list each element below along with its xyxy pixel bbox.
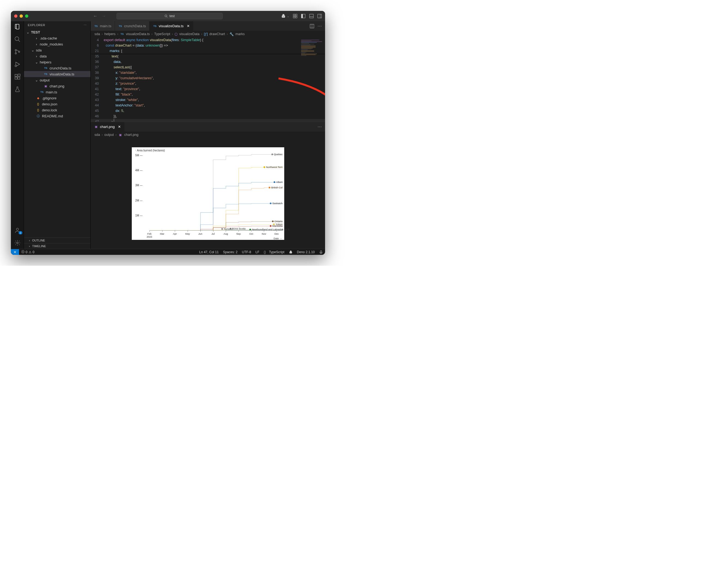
problems-status[interactable]: ⓧ0 ⚠0 <box>19 250 36 254</box>
files-icon <box>14 23 21 30</box>
maximize-window[interactable] <box>25 15 28 18</box>
layout-grid-icon[interactable] <box>293 14 297 18</box>
svg-point-15 <box>15 53 16 54</box>
secondary-breadcrumbs[interactable]: sda› output› ▣chart.png <box>90 132 325 138</box>
series-label: Quebec <box>271 153 283 156</box>
search-icon <box>164 15 168 18</box>
tree-item[interactable]: ◆.gitignore <box>24 95 90 101</box>
search-activity[interactable] <box>14 36 21 43</box>
svg-rect-20 <box>18 77 20 79</box>
runtime-status[interactable]: Deno 2.1.10 <box>295 250 317 254</box>
chart-x-label: Date → <box>274 237 282 240</box>
close-tab-icon[interactable]: ✕ <box>187 24 190 28</box>
copilot-icon <box>289 250 293 254</box>
panel-right-icon[interactable] <box>317 14 322 18</box>
panel-left-icon[interactable] <box>301 14 306 18</box>
breadcrumbs[interactable]: sda› helpers› TSvisualizeData.ts› TypeSc… <box>90 31 325 37</box>
tree-item[interactable]: ⌄sda <box>24 47 90 53</box>
language-mode[interactable]: {} TypeScript <box>262 250 287 254</box>
tree-item[interactable]: ⌄output <box>24 77 90 83</box>
svg-rect-19 <box>15 77 17 79</box>
split-editor-icon[interactable] <box>310 24 314 28</box>
series-label: Albert <box>274 181 283 184</box>
scm-activity[interactable] <box>14 49 21 55</box>
svg-point-12 <box>15 37 19 41</box>
tree-item[interactable]: TScrunchData.ts <box>24 65 90 71</box>
editor-group: TSmain.ts TScrunchData.ts TSvisualizeDat… <box>90 21 325 249</box>
svg-point-0 <box>165 15 167 17</box>
tree-item[interactable]: ›data <box>24 53 90 59</box>
gear-icon <box>14 240 21 246</box>
secondary-editor-group: ▣chart.png✕ ⋯ sda› output› ▣chart.png Ar… <box>90 122 325 249</box>
accounts-activity[interactable]: 1 <box>14 227 21 234</box>
extensions-icon <box>14 74 21 80</box>
tab-crunchdata-ts[interactable]: TScrunchData.ts <box>115 21 150 31</box>
minimap[interactable] <box>299 37 325 122</box>
status-bar: ⓧ0 ⚠0 Ln 47, Col 11 Spaces: 2 UTF-8 LF {… <box>11 249 325 255</box>
series-label: ew B <box>282 228 289 231</box>
series-label: Manitoba <box>270 225 282 227</box>
editor-more-icon[interactable]: ⋯ <box>317 23 322 29</box>
svg-point-23 <box>17 242 18 244</box>
nav-back-icon[interactable]: ← <box>93 14 98 19</box>
svg-point-17 <box>15 65 17 67</box>
timeline-section[interactable]: ›TIMELINE <box>24 243 90 249</box>
tab-main-ts[interactable]: TSmain.ts <box>90 21 115 31</box>
indentation-status[interactable]: Spaces: 2 <box>221 250 240 254</box>
notifications-icon[interactable] <box>317 250 325 254</box>
tree-item[interactable]: TSvisualizeData.ts <box>24 71 90 77</box>
tree-item[interactable]: TSmain.ts <box>24 89 90 95</box>
tree-item[interactable]: ›.sda-cache <box>24 35 90 41</box>
file-tree: ⌄TEST ›.sda-cache›node_modules⌄sda›data⌄… <box>24 29 90 237</box>
sidebar-header: EXPLORER ⋯ <box>24 21 90 29</box>
cursor-position[interactable]: Ln 47, Col 11 <box>197 250 221 254</box>
debug-activity[interactable] <box>14 61 21 68</box>
activity-bar: 1 <box>11 21 24 249</box>
settings-activity[interactable] <box>14 240 21 246</box>
chart-plot-area: QuebecNorthwest TerriAlbertBritish ColSa… <box>143 152 283 231</box>
traffic-lights <box>14 15 28 18</box>
window-body: 1 EXPLORER ⋯ ⌄TEST ›.sda-cache›node_modu… <box>11 21 325 249</box>
editor-tabs: TSmain.ts TScrunchData.ts TSvisualizeDat… <box>90 21 325 31</box>
remote-indicator[interactable] <box>11 249 19 255</box>
root-label: TEST <box>31 30 40 34</box>
tree-item[interactable]: {}deno.json <box>24 101 90 107</box>
svg-line-1 <box>167 17 168 18</box>
svg-rect-7 <box>302 14 303 18</box>
panel-bottom-icon[interactable] <box>309 14 314 18</box>
chart-x-axis: FebMarAprMayJunJulAugSepOctNovDec2023 <box>143 232 283 238</box>
svg-rect-3 <box>295 14 297 16</box>
tab-chart-png[interactable]: ▣chart.png✕ <box>90 122 124 132</box>
eol-status[interactable]: LF <box>254 250 262 254</box>
tree-item[interactable]: ⓘREADME.md <box>24 113 90 119</box>
outline-section[interactable]: ›OUTLINE <box>24 237 90 243</box>
svg-rect-4 <box>293 16 295 18</box>
tree-item[interactable]: ›node_modules <box>24 41 90 47</box>
command-center-search[interactable]: test <box>116 13 223 19</box>
copilot-status[interactable] <box>287 250 295 254</box>
minimize-window[interactable] <box>20 15 23 18</box>
code-editor[interactable]: 4export default async function visualize… <box>90 37 325 122</box>
tree-item[interactable]: {}deno.lock <box>24 107 90 113</box>
editor-more-icon[interactable]: ⋯ <box>317 124 322 129</box>
series-label: Newfoundland and Labrador <box>250 228 283 231</box>
explorer-more-icon[interactable]: ⋯ <box>84 23 87 27</box>
series-label: Nunavut <box>222 228 233 230</box>
titlebar: ← → test ⌄ <box>11 11 325 21</box>
tree-item[interactable]: ⌄helpers <box>24 59 90 65</box>
nav-arrows: ← → <box>93 14 106 19</box>
explorer-activity[interactable] <box>14 23 21 30</box>
tree-root[interactable]: ⌄TEST <box>24 29 90 35</box>
copilot-menu[interactable]: ⌄ <box>281 14 289 19</box>
extensions-activity[interactable] <box>14 74 21 80</box>
nav-forward-icon[interactable]: → <box>102 14 106 19</box>
tree-item[interactable]: ▣chart.png <box>24 83 90 89</box>
testing-activity[interactable] <box>14 86 21 93</box>
secondary-tabs: ▣chart.png✕ ⋯ <box>90 122 325 132</box>
encoding-status[interactable]: UTF-8 <box>240 250 254 254</box>
close-window[interactable] <box>14 15 18 18</box>
editor-actions: ⋯ <box>307 21 325 31</box>
chart-y-axis: 1M —2M —3M —4M —5M — <box>134 152 142 231</box>
close-tab-icon[interactable]: ✕ <box>118 125 121 129</box>
tab-visualizedata-ts[interactable]: TSvisualizeData.ts✕ <box>150 21 193 31</box>
